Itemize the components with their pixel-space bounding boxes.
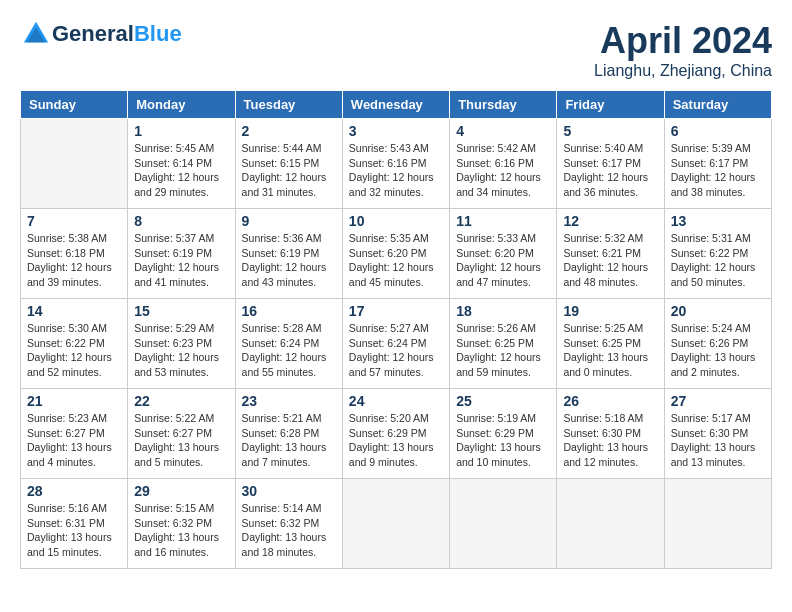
day-number: 23 xyxy=(242,393,336,409)
day-info: Sunrise: 5:29 AMSunset: 6:23 PMDaylight:… xyxy=(134,321,228,380)
calendar-cell: 25Sunrise: 5:19 AMSunset: 6:29 PMDayligh… xyxy=(450,389,557,479)
calendar-cell: 10Sunrise: 5:35 AMSunset: 6:20 PMDayligh… xyxy=(342,209,449,299)
calendar-cell: 30Sunrise: 5:14 AMSunset: 6:32 PMDayligh… xyxy=(235,479,342,569)
month-title: April 2024 xyxy=(594,20,772,62)
day-number: 7 xyxy=(27,213,121,229)
day-number: 1 xyxy=(134,123,228,139)
logo-text: GeneralBlue xyxy=(52,22,182,46)
day-number: 18 xyxy=(456,303,550,319)
calendar-cell: 3Sunrise: 5:43 AMSunset: 6:16 PMDaylight… xyxy=(342,119,449,209)
page-header: GeneralBlue April 2024 Lianghu, Zhejiang… xyxy=(20,20,772,80)
day-info: Sunrise: 5:18 AMSunset: 6:30 PMDaylight:… xyxy=(563,411,657,470)
calendar-cell: 4Sunrise: 5:42 AMSunset: 6:16 PMDaylight… xyxy=(450,119,557,209)
day-number: 6 xyxy=(671,123,765,139)
day-info: Sunrise: 5:28 AMSunset: 6:24 PMDaylight:… xyxy=(242,321,336,380)
day-info: Sunrise: 5:20 AMSunset: 6:29 PMDaylight:… xyxy=(349,411,443,470)
day-info: Sunrise: 5:44 AMSunset: 6:15 PMDaylight:… xyxy=(242,141,336,200)
calendar-cell xyxy=(21,119,128,209)
day-number: 4 xyxy=(456,123,550,139)
day-info: Sunrise: 5:37 AMSunset: 6:19 PMDaylight:… xyxy=(134,231,228,290)
calendar-cell: 11Sunrise: 5:33 AMSunset: 6:20 PMDayligh… xyxy=(450,209,557,299)
header-friday: Friday xyxy=(557,91,664,119)
day-number: 30 xyxy=(242,483,336,499)
day-info: Sunrise: 5:14 AMSunset: 6:32 PMDaylight:… xyxy=(242,501,336,560)
day-number: 3 xyxy=(349,123,443,139)
logo-icon xyxy=(22,20,50,48)
day-number: 12 xyxy=(563,213,657,229)
calendar-cell: 13Sunrise: 5:31 AMSunset: 6:22 PMDayligh… xyxy=(664,209,771,299)
day-number: 10 xyxy=(349,213,443,229)
calendar-cell: 19Sunrise: 5:25 AMSunset: 6:25 PMDayligh… xyxy=(557,299,664,389)
day-number: 17 xyxy=(349,303,443,319)
day-number: 20 xyxy=(671,303,765,319)
day-info: Sunrise: 5:43 AMSunset: 6:16 PMDaylight:… xyxy=(349,141,443,200)
calendar-cell: 18Sunrise: 5:26 AMSunset: 6:25 PMDayligh… xyxy=(450,299,557,389)
location: Lianghu, Zhejiang, China xyxy=(594,62,772,80)
calendar-cell: 5Sunrise: 5:40 AMSunset: 6:17 PMDaylight… xyxy=(557,119,664,209)
day-number: 11 xyxy=(456,213,550,229)
day-number: 28 xyxy=(27,483,121,499)
calendar-cell: 23Sunrise: 5:21 AMSunset: 6:28 PMDayligh… xyxy=(235,389,342,479)
week-row-2: 7Sunrise: 5:38 AMSunset: 6:18 PMDaylight… xyxy=(21,209,772,299)
calendar-cell: 8Sunrise: 5:37 AMSunset: 6:19 PMDaylight… xyxy=(128,209,235,299)
calendar-cell: 28Sunrise: 5:16 AMSunset: 6:31 PMDayligh… xyxy=(21,479,128,569)
day-info: Sunrise: 5:33 AMSunset: 6:20 PMDaylight:… xyxy=(456,231,550,290)
day-info: Sunrise: 5:15 AMSunset: 6:32 PMDaylight:… xyxy=(134,501,228,560)
calendar-cell: 20Sunrise: 5:24 AMSunset: 6:26 PMDayligh… xyxy=(664,299,771,389)
day-info: Sunrise: 5:19 AMSunset: 6:29 PMDaylight:… xyxy=(456,411,550,470)
day-number: 13 xyxy=(671,213,765,229)
day-info: Sunrise: 5:26 AMSunset: 6:25 PMDaylight:… xyxy=(456,321,550,380)
calendar-cell xyxy=(342,479,449,569)
calendar-cell: 17Sunrise: 5:27 AMSunset: 6:24 PMDayligh… xyxy=(342,299,449,389)
day-info: Sunrise: 5:22 AMSunset: 6:27 PMDaylight:… xyxy=(134,411,228,470)
day-info: Sunrise: 5:42 AMSunset: 6:16 PMDaylight:… xyxy=(456,141,550,200)
day-info: Sunrise: 5:24 AMSunset: 6:26 PMDaylight:… xyxy=(671,321,765,380)
day-number: 9 xyxy=(242,213,336,229)
calendar-cell xyxy=(450,479,557,569)
day-number: 21 xyxy=(27,393,121,409)
calendar: SundayMondayTuesdayWednesdayThursdayFrid… xyxy=(20,90,772,569)
calendar-cell: 14Sunrise: 5:30 AMSunset: 6:22 PMDayligh… xyxy=(21,299,128,389)
day-info: Sunrise: 5:25 AMSunset: 6:25 PMDaylight:… xyxy=(563,321,657,380)
calendar-cell: 12Sunrise: 5:32 AMSunset: 6:21 PMDayligh… xyxy=(557,209,664,299)
day-info: Sunrise: 5:45 AMSunset: 6:14 PMDaylight:… xyxy=(134,141,228,200)
calendar-cell: 2Sunrise: 5:44 AMSunset: 6:15 PMDaylight… xyxy=(235,119,342,209)
day-number: 24 xyxy=(349,393,443,409)
calendar-cell: 29Sunrise: 5:15 AMSunset: 6:32 PMDayligh… xyxy=(128,479,235,569)
week-row-5: 28Sunrise: 5:16 AMSunset: 6:31 PMDayligh… xyxy=(21,479,772,569)
calendar-cell: 6Sunrise: 5:39 AMSunset: 6:17 PMDaylight… xyxy=(664,119,771,209)
day-number: 14 xyxy=(27,303,121,319)
day-info: Sunrise: 5:27 AMSunset: 6:24 PMDaylight:… xyxy=(349,321,443,380)
day-number: 5 xyxy=(563,123,657,139)
calendar-cell: 7Sunrise: 5:38 AMSunset: 6:18 PMDaylight… xyxy=(21,209,128,299)
day-info: Sunrise: 5:32 AMSunset: 6:21 PMDaylight:… xyxy=(563,231,657,290)
day-number: 8 xyxy=(134,213,228,229)
calendar-cell: 26Sunrise: 5:18 AMSunset: 6:30 PMDayligh… xyxy=(557,389,664,479)
day-info: Sunrise: 5:16 AMSunset: 6:31 PMDaylight:… xyxy=(27,501,121,560)
header-tuesday: Tuesday xyxy=(235,91,342,119)
calendar-cell xyxy=(664,479,771,569)
day-info: Sunrise: 5:17 AMSunset: 6:30 PMDaylight:… xyxy=(671,411,765,470)
header-sunday: Sunday xyxy=(21,91,128,119)
calendar-cell: 9Sunrise: 5:36 AMSunset: 6:19 PMDaylight… xyxy=(235,209,342,299)
day-info: Sunrise: 5:30 AMSunset: 6:22 PMDaylight:… xyxy=(27,321,121,380)
week-row-1: 1Sunrise: 5:45 AMSunset: 6:14 PMDaylight… xyxy=(21,119,772,209)
title-block: April 2024 Lianghu, Zhejiang, China xyxy=(594,20,772,80)
calendar-header-row: SundayMondayTuesdayWednesdayThursdayFrid… xyxy=(21,91,772,119)
calendar-cell: 1Sunrise: 5:45 AMSunset: 6:14 PMDaylight… xyxy=(128,119,235,209)
day-info: Sunrise: 5:21 AMSunset: 6:28 PMDaylight:… xyxy=(242,411,336,470)
day-number: 29 xyxy=(134,483,228,499)
day-number: 16 xyxy=(242,303,336,319)
calendar-cell: 15Sunrise: 5:29 AMSunset: 6:23 PMDayligh… xyxy=(128,299,235,389)
day-number: 22 xyxy=(134,393,228,409)
calendar-cell: 21Sunrise: 5:23 AMSunset: 6:27 PMDayligh… xyxy=(21,389,128,479)
week-row-3: 14Sunrise: 5:30 AMSunset: 6:22 PMDayligh… xyxy=(21,299,772,389)
header-monday: Monday xyxy=(128,91,235,119)
calendar-cell: 16Sunrise: 5:28 AMSunset: 6:24 PMDayligh… xyxy=(235,299,342,389)
day-number: 25 xyxy=(456,393,550,409)
header-thursday: Thursday xyxy=(450,91,557,119)
calendar-cell: 27Sunrise: 5:17 AMSunset: 6:30 PMDayligh… xyxy=(664,389,771,479)
day-number: 15 xyxy=(134,303,228,319)
header-saturday: Saturday xyxy=(664,91,771,119)
day-number: 2 xyxy=(242,123,336,139)
